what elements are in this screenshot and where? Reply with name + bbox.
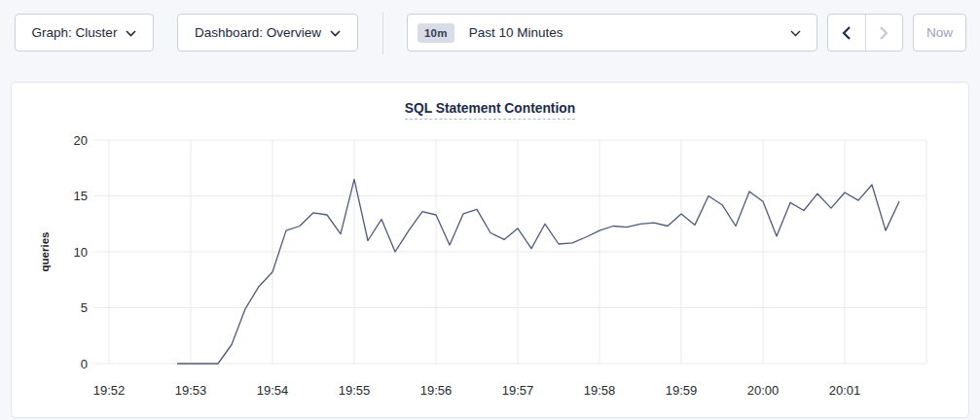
chart-title[interactable]: SQL Statement Contention (405, 101, 575, 120)
time-range-selector[interactable]: 10m Past 10 Minutes (407, 14, 817, 52)
toolbar-divider (382, 12, 383, 54)
now-button[interactable]: Now (913, 14, 966, 52)
chart-panel: SQL Statement Contention 0510152019:5219… (11, 82, 969, 418)
contention-chart[interactable]: 0510152019:5219:5319:5419:5519:5619:5719… (12, 121, 971, 407)
svg-text:10: 10 (74, 245, 88, 260)
svg-text:0: 0 (81, 357, 88, 371)
svg-text:19:57: 19:57 (502, 383, 534, 398)
svg-text:19:54: 19:54 (257, 383, 289, 398)
svg-text:5: 5 (81, 300, 88, 315)
toolbar: Graph: Cluster Dashboard: Overview 10m P… (15, 14, 968, 52)
chevron-down-icon (330, 30, 341, 37)
svg-text:19:58: 19:58 (584, 383, 616, 398)
svg-text:15: 15 (74, 189, 88, 203)
chevron-down-icon (790, 30, 801, 37)
chevron-left-icon (842, 26, 851, 40)
dashboard-dropdown[interactable]: Dashboard: Overview (177, 14, 358, 52)
chevron-right-icon (880, 26, 889, 40)
svg-text:19:56: 19:56 (420, 383, 453, 398)
time-range-label: Past 10 Minutes (469, 25, 563, 40)
graph-dropdown[interactable]: Graph: Cluster (15, 14, 154, 52)
svg-text:20:00: 20:00 (747, 383, 780, 398)
time-range-badge: 10m (417, 23, 454, 43)
time-prev-button[interactable] (828, 15, 866, 51)
time-next-button[interactable] (866, 15, 903, 51)
svg-text:19:55: 19:55 (339, 383, 371, 398)
chart-title-row: SQL Statement Contention (12, 83, 968, 118)
dashboard-dropdown-label: Dashboard: Overview (195, 25, 321, 40)
chevron-down-icon (126, 30, 136, 37)
svg-text:19:53: 19:53 (175, 383, 207, 398)
time-pager (827, 14, 903, 52)
svg-text:20:01: 20:01 (829, 383, 861, 398)
svg-text:19:59: 19:59 (666, 383, 698, 398)
svg-text:19:52: 19:52 (93, 383, 126, 398)
svg-text:queries: queries (39, 232, 51, 272)
graph-dropdown-label: Graph: Cluster (32, 25, 118, 40)
svg-text:20: 20 (74, 133, 88, 148)
